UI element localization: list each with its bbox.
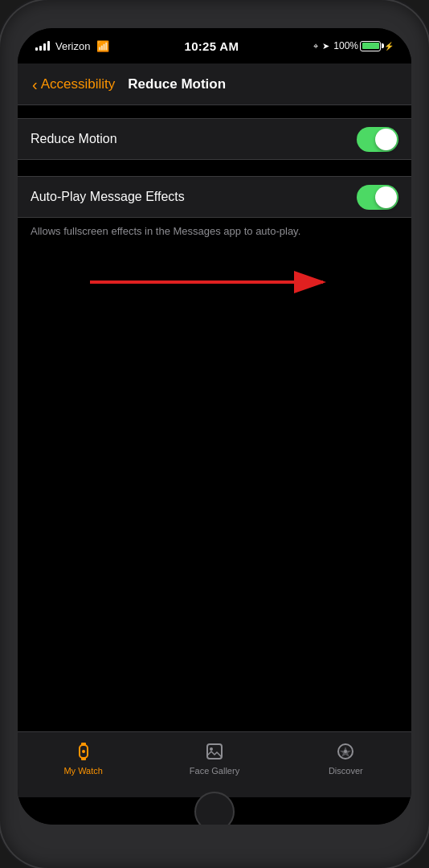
tab-my-watch[interactable]: My Watch	[51, 740, 116, 776]
autoplay-caption: Allows fullscreen effects in the Message…	[18, 218, 411, 239]
svg-rect-4	[81, 757, 86, 760]
tab-my-watch-label: My Watch	[63, 766, 103, 776]
autoplay-section: Auto-Play Message Effects Allows fullscr…	[18, 176, 411, 239]
svg-rect-6	[207, 744, 222, 759]
tab-bar: My Watch Face Gallery	[18, 731, 411, 797]
home-button-area	[18, 797, 411, 825]
tab-discover-label: Discover	[329, 766, 363, 776]
tab-face-gallery-label: Face Gallery	[190, 766, 239, 776]
back-button[interactable]: ‹ Accessibility	[32, 76, 115, 92]
toggle-knob	[375, 129, 397, 150]
svg-point-10	[344, 750, 347, 753]
autoplay-toggle[interactable]	[357, 185, 398, 210]
carrier-label: Verizon	[55, 40, 90, 52]
phone-frame: Verizon 📶 10:25 AM ⌖ ➤ 100% ⚡ ‹ Acce	[0, 0, 429, 868]
signal-bars-icon	[35, 41, 50, 51]
wifi-icon: 📶	[96, 40, 109, 52]
battery-fill	[362, 43, 379, 49]
discover-icon	[334, 740, 357, 763]
battery-percent-label: 100%	[333, 40, 358, 51]
arrow-annotation	[42, 256, 379, 309]
signal-bar-4	[47, 41, 50, 51]
reduce-motion-section: Reduce Motion	[18, 118, 411, 160]
signal-bar-1	[35, 47, 38, 51]
back-label: Accessibility	[41, 76, 116, 92]
signal-bar-2	[39, 46, 42, 51]
signal-bar-3	[43, 43, 46, 51]
content-area: Reduce Motion Auto-Play Message Effects …	[18, 105, 411, 731]
status-time: 10:25 AM	[184, 39, 239, 53]
navigation-bar: ‹ Accessibility Reduce Motion	[18, 63, 411, 105]
tab-face-gallery[interactable]: Face Gallery	[182, 740, 247, 776]
gallery-icon	[203, 740, 226, 763]
location-icon: ⌖	[313, 41, 318, 51]
battery-icon	[360, 41, 381, 51]
svg-point-5	[82, 750, 85, 753]
back-chevron-icon: ‹	[32, 76, 38, 92]
autoplay-label: Auto-Play Message Effects	[31, 190, 185, 204]
reduce-motion-label: Reduce Motion	[31, 132, 117, 146]
svg-point-7	[210, 747, 213, 751]
status-right: ⌖ ➤ 100% ⚡	[313, 40, 394, 51]
reduce-motion-toggle[interactable]	[357, 127, 398, 152]
status-left: Verizon 📶	[35, 40, 109, 52]
watch-icon	[72, 740, 95, 763]
toggle-knob-2	[375, 186, 397, 208]
phone-screen: Verizon 📶 10:25 AM ⌖ ➤ 100% ⚡ ‹ Acce	[18, 28, 411, 825]
home-button[interactable]	[194, 792, 235, 825]
svg-rect-3	[81, 743, 86, 746]
page-title: Reduce Motion	[128, 76, 226, 92]
reduce-motion-row[interactable]: Reduce Motion	[18, 118, 411, 160]
status-bar: Verizon 📶 10:25 AM ⌖ ➤ 100% ⚡	[18, 28, 411, 63]
charging-icon: ⚡	[384, 42, 394, 51]
tab-discover[interactable]: Discover	[313, 740, 378, 776]
battery-container: 100% ⚡	[333, 40, 394, 51]
compass-icon: ➤	[322, 41, 329, 51]
autoplay-row[interactable]: Auto-Play Message Effects	[18, 176, 411, 218]
